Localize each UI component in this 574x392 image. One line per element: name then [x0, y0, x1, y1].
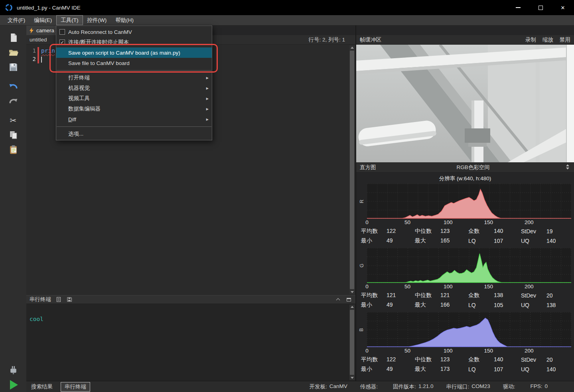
stat-value: 105 [494, 302, 503, 308]
menubar-item-4[interactable]: 帮助(H) [111, 15, 138, 25]
undo-icon [8, 81, 18, 91]
menubar-item-1[interactable]: 编辑(E) [30, 15, 56, 25]
window-controls: ✕ [507, 0, 574, 15]
save-file-button[interactable] [5, 60, 22, 75]
paste-button[interactable] [5, 142, 22, 157]
axis-tick-label: 0 [365, 348, 369, 354]
connect-button[interactable] [5, 362, 22, 377]
minimize-button[interactable] [507, 0, 529, 15]
statusbar-field-1: 传感器: [360, 383, 380, 390]
menu-item-label: Auto Reconnect to CanMV [68, 29, 203, 35]
scrollbar-thumb[interactable] [350, 51, 354, 289]
collapse-panel-button[interactable] [335, 296, 341, 303]
tools-menu-item-3[interactable]: Save file to CanMV board [56, 58, 212, 68]
colorspace-select[interactable]: RGB色彩空间 [376, 162, 571, 172]
tools-menu-item-1[interactable]: ✓连接/断开连接时停止脚本 [56, 37, 212, 47]
scroll-up-arrow-icon[interactable] [349, 45, 355, 50]
maximize-button[interactable] [529, 0, 552, 15]
stat-cell: 最大166 [415, 301, 468, 309]
serial-terminal-output[interactable]: cool [26, 304, 355, 381]
editor-scrollbar[interactable] [349, 45, 355, 294]
menu-item-label: 数据集编辑器 [68, 105, 203, 112]
tools-menu-item-8[interactable]: 数据集编辑器▶ [56, 104, 212, 114]
disable-button[interactable]: 禁用 [560, 36, 570, 43]
line-number: 1 [26, 47, 36, 55]
stat-label: LQ [468, 238, 493, 244]
minimize-icon [516, 7, 521, 8]
cut-button[interactable]: ✂ [5, 113, 22, 128]
stat-value: 138 [494, 292, 503, 298]
log-button[interactable] [55, 296, 62, 303]
close-button[interactable]: ✕ [552, 0, 574, 15]
stat-value: 121 [440, 292, 450, 298]
zoom-button[interactable]: 缩放 [542, 36, 553, 43]
scroll-down-arrow-icon[interactable] [349, 290, 355, 294]
histogram-chart-r [367, 184, 571, 219]
stat-label: 最小 [361, 301, 386, 309]
undo-button[interactable] [5, 79, 22, 94]
tools-menu-item-2[interactable]: Save open script to CanMV board (as main… [56, 47, 212, 58]
open-file-button[interactable] [5, 45, 22, 60]
axis-tick-label: 50 [404, 348, 410, 354]
stat-cell: LQ107 [468, 238, 521, 244]
record-button[interactable]: 录制 [525, 36, 536, 43]
statusbar-tab-0[interactable]: 搜索结果 [29, 382, 55, 391]
stat-label: StDev [521, 228, 546, 234]
framebuffer-header: 帧缓冲区 录制 缩放 禁用 [356, 35, 574, 45]
stat-label: 众数 [468, 292, 493, 299]
channel-label-g: G [356, 248, 367, 283]
field-label: 驱动: [503, 383, 515, 390]
stat-label: 中位数 [415, 228, 440, 235]
menubar-item-2[interactable]: 工具(T) [56, 15, 83, 25]
copy-button[interactable] [5, 128, 22, 142]
code-text: prin [41, 47, 55, 54]
statusbar-tab-1[interactable]: 串行终端 [61, 382, 90, 392]
close-icon: ✕ [561, 5, 565, 11]
redo-button[interactable] [5, 94, 22, 108]
stat-cell: 平均数121 [361, 292, 415, 299]
axis-tick-label: 200 [525, 284, 534, 290]
left-toolbar: ✂ [0, 26, 26, 392]
stat-cell: UQ140 [521, 238, 574, 244]
stat-value: 49 [387, 301, 393, 308]
scroll-up-arrow-icon[interactable] [349, 305, 355, 309]
menubar-item-3[interactable]: 控件(W) [83, 15, 111, 25]
histogram-block-g: G050100150200平均数121中位数121众数138StDev20最小4… [356, 248, 574, 309]
tools-menu-item-5[interactable]: 打开终端▶ [56, 73, 212, 83]
tools-menu-item-11[interactable]: 选项... [56, 129, 212, 139]
stat-label: UQ [521, 366, 546, 372]
axis-tick-label: 150 [484, 348, 493, 354]
axis-tick-label: 0 [365, 284, 369, 290]
tools-menu-item-0[interactable]: Auto Reconnect to CanMV [56, 27, 212, 37]
tools-menu-item-7[interactable]: 视频工具▶ [56, 93, 212, 104]
axis-tick-label: 50 [404, 284, 410, 290]
stat-cell: LQ107 [468, 366, 521, 372]
tools-menu-item-9[interactable]: Diff▶ [56, 114, 212, 124]
resolution-label: 分辨率 (w:640, h:480) [356, 175, 574, 183]
field-label: 固件版本: [393, 383, 416, 390]
tools-menu-item-6[interactable]: 机器视觉▶ [56, 83, 212, 93]
text-caret [41, 57, 42, 63]
code-lines: prin [41, 47, 55, 63]
detach-panel-icon [347, 298, 351, 301]
menubar-item-0[interactable]: 文件(F) [3, 15, 30, 25]
cursor-position: 行号: 2, 列号: 1 [308, 36, 345, 43]
histogram-stats-row: 最小49最大173LQ107UQ140 [361, 364, 574, 374]
save-log-button[interactable] [66, 296, 73, 303]
statusbar-field-5: FPS:0 [530, 383, 548, 390]
stat-cell: UQ138 [521, 302, 574, 308]
scrollbar-thumb[interactable] [350, 310, 354, 375]
stat-label: 最大 [415, 366, 440, 373]
new-file-button[interactable] [5, 30, 22, 45]
stat-label: 最小 [361, 366, 386, 373]
terminal-title: 串行终端 [30, 296, 51, 303]
terminal-scrollbar[interactable] [349, 305, 355, 380]
axis-tick-label: 50 [404, 219, 410, 225]
stat-label: LQ [468, 302, 493, 308]
scroll-down-arrow-icon[interactable] [349, 375, 355, 380]
detach-panel-button[interactable] [345, 296, 352, 303]
run-script-button[interactable] [5, 377, 22, 392]
field-label: FPS: [530, 383, 542, 390]
modified-lines-marker [37, 47, 39, 63]
run-icon [10, 380, 18, 390]
